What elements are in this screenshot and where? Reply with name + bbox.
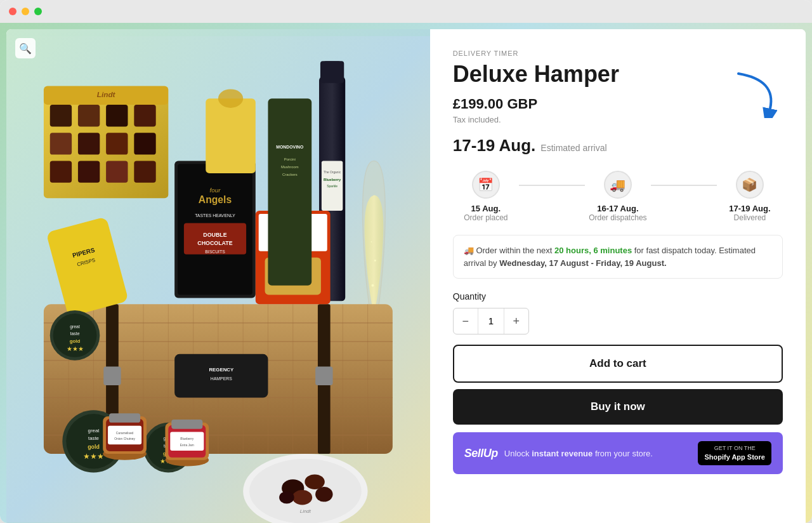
svg-text:TASTES HEAVENLY: TASTES HEAVENLY — [195, 213, 235, 218]
dispatch-hours: 20 hours, — [554, 246, 591, 255]
shopify-badge-line2: Shopify App Store — [704, 453, 765, 461]
svg-rect-48 — [78, 133, 100, 154]
timeline-date-delivered: 17-19 Aug. — [729, 204, 770, 213]
svg-text:MONDOVINO: MONDOVINO — [276, 145, 304, 149]
quantity-decrease-button[interactable]: − — [454, 308, 478, 334]
sellup-instant: instant revenue — [532, 449, 593, 458]
svg-rect-53 — [106, 161, 128, 182]
svg-rect-45 — [106, 105, 128, 126]
estimated-arrival: 17-19 Aug. Estimated arrival — [453, 136, 783, 156]
svg-text:Angels: Angels — [199, 194, 232, 205]
svg-text:Onion Chutney: Onion Chutney — [114, 437, 135, 440]
quantity-control: − 1 + — [453, 308, 529, 334]
svg-text:REGENCY: REGENCY — [209, 367, 234, 373]
svg-text:Porcini: Porcini — [284, 157, 296, 161]
svg-text:taste: taste — [88, 435, 100, 441]
svg-text:DOUBLE: DOUBLE — [203, 232, 226, 238]
timeline-desc-placed: Order placed — [464, 213, 508, 222]
svg-rect-49 — [106, 133, 128, 154]
svg-text:Sparkle: Sparkle — [327, 185, 337, 188]
timeline-desc-dispatch: Order dispatches — [589, 213, 646, 222]
svg-text:great: great — [88, 428, 100, 434]
search-icon: 🔍 — [19, 43, 32, 55]
svg-text:BISCUITS: BISCUITS — [205, 249, 225, 254]
blue-arrow — [732, 67, 783, 118]
timeline-line-1 — [519, 185, 585, 186]
svg-text:four: four — [210, 187, 221, 194]
timeline-date-placed: 15 Aug. — [464, 204, 508, 213]
timeline-step-delivered: 📦 17-19 Aug. Delivered — [717, 171, 783, 222]
browser-titlebar — [0, 0, 812, 23]
svg-text:Blueberry: Blueberry — [324, 178, 341, 182]
browser-window: 🔍 — [0, 0, 812, 523]
svg-text:gold: gold — [70, 338, 81, 344]
timeline-step-placed: 📅 15 Aug. Order placed — [453, 171, 519, 222]
dispatch-minutes: 6 minutes — [593, 246, 632, 255]
calendar-icon: 📅 — [472, 171, 500, 199]
svg-rect-50 — [134, 133, 155, 154]
svg-text:HAMPERS: HAMPERS — [211, 376, 232, 381]
arrival-dates: 17-19 Aug. — [453, 136, 536, 156]
zoom-icon[interactable]: 🔍 — [15, 38, 36, 58]
dot-red[interactable] — [9, 8, 16, 15]
shopify-badge-line1: GET IT ON THE — [704, 445, 765, 453]
svg-rect-102 — [109, 413, 140, 423]
delivery-timer-label: DELIVERY TIMER — [453, 50, 783, 57]
svg-text:great: great — [70, 324, 80, 329]
dispatch-notice: 🚚 Order within the next 20 hours, 6 minu… — [453, 235, 783, 279]
svg-text:Lindt: Lindt — [97, 90, 116, 98]
timeline-line-2 — [651, 185, 717, 186]
svg-text:Caramelised: Caramelised — [116, 432, 134, 435]
timeline-text-placed: 15 Aug. Order placed — [464, 204, 508, 222]
svg-point-4 — [374, 260, 376, 262]
quantity-increase-button[interactable]: + — [504, 308, 528, 334]
timeline-text-dispatch: 16-17 Aug. Order dispatches — [589, 204, 646, 222]
timeline-date-dispatch: 16-17 Aug. — [589, 204, 646, 213]
svg-rect-47 — [50, 133, 72, 154]
dispatch-pre-text: Order within the next — [476, 246, 552, 255]
quantity-label: Quantity — [453, 291, 783, 301]
svg-rect-103 — [108, 426, 141, 444]
browser-content: 🔍 — [0, 23, 812, 523]
dispatch-date-range: Wednesday, 17 August - Friday, 19 August… — [499, 258, 666, 268]
product-image-section: 🔍 — [6, 29, 430, 523]
svg-text:Mushroom: Mushroom — [281, 165, 299, 169]
add-to-cart-button[interactable]: Add to cart — [453, 345, 783, 383]
product-details-section: DELIVERY TIMER Deluxe Hamper £199.00 GBP… — [430, 29, 806, 523]
svg-rect-54 — [134, 161, 155, 182]
svg-point-117 — [315, 487, 332, 502]
sellup-text: Unlock instant revenue from your store. — [504, 449, 692, 458]
svg-text:Extra Jam: Extra Jam — [180, 444, 194, 447]
sellup-unlock: Unlock — [504, 449, 530, 458]
svg-rect-43 — [50, 105, 72, 126]
svg-rect-46 — [134, 105, 155, 126]
sellup-from: from your store. — [595, 449, 653, 458]
svg-point-118 — [292, 490, 312, 505]
delivery-timeline: 📅 15 Aug. Order placed 🚚 16-17 Aug. Orde… — [453, 171, 783, 222]
svg-rect-12 — [320, 61, 344, 83]
svg-text:The Organic: The Organic — [324, 171, 341, 174]
svg-rect-52 — [78, 161, 100, 182]
package-icon: 📦 — [736, 171, 764, 199]
svg-rect-110 — [170, 432, 204, 451]
svg-rect-36 — [103, 366, 121, 385]
svg-text:★★★: ★★★ — [83, 452, 104, 460]
dot-yellow[interactable] — [22, 8, 29, 15]
timeline-step-dispatch: 🚚 16-17 Aug. Order dispatches — [585, 171, 651, 222]
svg-rect-79 — [206, 98, 256, 173]
buy-now-button[interactable]: Buy it now — [453, 389, 783, 425]
sellup-banner[interactable]: SellUp Unlock instant revenue from your … — [453, 432, 783, 474]
svg-point-5 — [371, 241, 372, 242]
shopify-badge[interactable]: GET IT ON THE Shopify App Store — [698, 441, 771, 465]
arrival-label: Estimated arrival — [540, 143, 606, 153]
svg-rect-109 — [171, 420, 202, 429]
product-image: The Organic Blueberry Sparkle — [6, 29, 430, 523]
timeline-text-delivered: 17-19 Aug. Delivered — [729, 204, 770, 222]
svg-text:Crackers: Crackers — [282, 173, 298, 176]
dot-green[interactable] — [34, 8, 42, 15]
svg-rect-44 — [78, 105, 100, 126]
svg-point-3 — [371, 284, 374, 287]
svg-text:CHOCOLATE: CHOCOLATE — [197, 240, 232, 246]
svg-point-80 — [218, 89, 243, 107]
svg-point-119 — [279, 491, 294, 504]
